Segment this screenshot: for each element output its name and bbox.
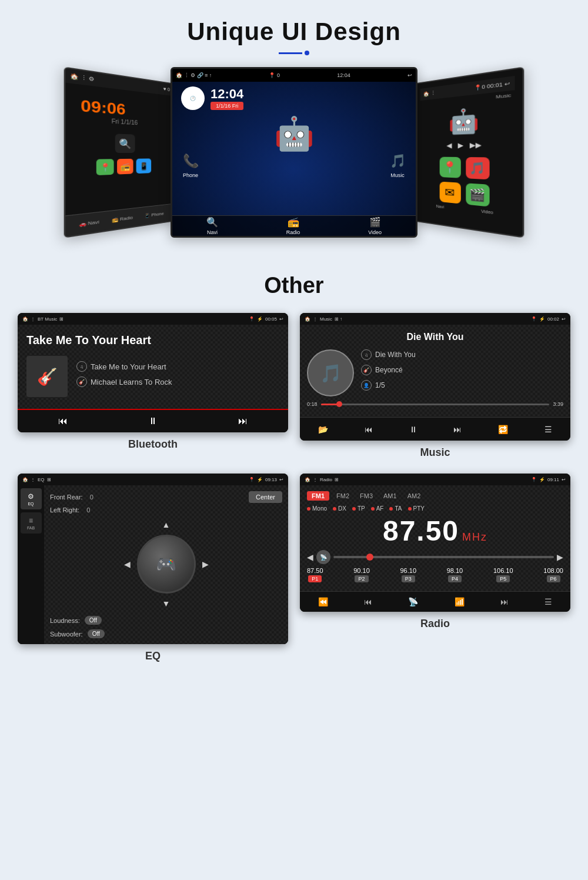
music-playlist-button[interactable]: ☰ xyxy=(544,425,552,434)
right-msg-icon[interactable]: ✉ xyxy=(439,182,460,204)
radio-preset-p4[interactable]: 98.10 P4 xyxy=(447,567,463,582)
radio-am2-button[interactable]: AM2 xyxy=(404,491,425,501)
radio-menu-icon: ⋮ xyxy=(313,477,318,482)
left-screen-content: 🏠 ⋮ ⚙ ♥ 0 09:06 Fri 1/1/16 🔍 📍 📻 📱 xyxy=(65,68,173,236)
eq-left-right-value: 0 xyxy=(86,506,90,514)
radio-preset-p2[interactable]: 90.10 P2 xyxy=(353,567,370,582)
center-time-row: 🕐 12:04 1/1/16 Fri xyxy=(172,82,416,115)
bluetooth-device-wrapper: 🏠 ⋮ BT Music ⊞ 📍 ⚡ 00:05 ↩ Take Me To Yo… xyxy=(18,313,288,462)
right-video-icon[interactable]: 🎬 xyxy=(466,183,489,206)
radio-antenna-btn[interactable]: 📡 xyxy=(408,597,418,606)
radio-playlist-button[interactable]: ☰ xyxy=(544,597,552,606)
radio-fm1-button[interactable]: FM1 xyxy=(307,491,329,501)
radio-slider-left[interactable]: ◀ xyxy=(307,552,313,562)
eq-subwoofer-label: Subwoofer: xyxy=(50,631,83,638)
eq-loudness-label: Loudness: xyxy=(50,617,80,624)
radio-wifi-btn[interactable]: 📶 xyxy=(455,597,465,606)
unique-ui-section: Unique UI Design 🏠 ⋮ ⚙ ♥ 0 09:06 Fri 1/1… xyxy=(0,0,588,249)
bt-prev-button[interactable]: ⏮ xyxy=(58,416,68,426)
center-video-app[interactable]: 🎬 Video xyxy=(368,216,382,235)
eq-arrow-up[interactable]: ▲ xyxy=(159,517,173,532)
radio-slider-right[interactable]: ▶ xyxy=(557,552,563,562)
left-search-icon[interactable]: 🔍 xyxy=(115,134,135,153)
eq-bt-icon: ⚡ xyxy=(257,477,263,482)
music-source-icon: ⊞ ↑ xyxy=(335,316,342,322)
center-screen-panel: 🏠 ⋮ ⚙ 🔗 ≡ ↑ 📍 0 12:04 ↩ 🕐 12:04 1/1/16 F… xyxy=(171,67,417,238)
center-radio-app[interactable]: 📻 Radio xyxy=(286,216,300,235)
radio-preset-p6[interactable]: 108.00 P6 xyxy=(543,567,563,582)
radio-controls-bar: ⏪ ⏮ 📡 📶 ⏭ ☰ xyxy=(300,591,570,612)
radio-status-left: 🏠 ⋮ Radio ⊞ xyxy=(305,477,339,482)
eq-arrow-down[interactable]: ▼ xyxy=(159,596,173,611)
eq-arrow-right[interactable]: ▶ xyxy=(199,556,212,572)
music-progress-fill xyxy=(321,404,339,405)
center-phone-app[interactable]: 📞 Phone xyxy=(181,152,200,178)
music-prev-button[interactable]: ⏮ xyxy=(365,425,373,434)
bt-play-button[interactable]: ⏸ xyxy=(148,416,158,426)
left-bar-icon: 🏠 ⋮ ⚙ xyxy=(70,73,94,82)
radio-time: 09:11 xyxy=(547,477,559,482)
eq-arrow-left[interactable]: ◀ xyxy=(121,556,133,572)
eq-status-right: 📍 ⚡ 09:13 ↩ xyxy=(249,477,283,482)
radio-preset-p6-freq: 108.00 xyxy=(543,567,563,574)
music-device-wrapper: 🏠 ⋮ Music ⊞ ↑ 📍 ⚡ 00:02 ↩ Die With You 🎵 xyxy=(300,313,570,462)
radio-prev-button[interactable]: ⏮ xyxy=(364,597,372,606)
radio-slider-track[interactable] xyxy=(333,556,554,558)
radio-preset-p4-label: P4 xyxy=(448,575,462,582)
left-navi-icon[interactable]: 📍 xyxy=(96,159,113,175)
bt-time: 00:05 xyxy=(265,316,277,322)
left-radio-label: 📻 Radio xyxy=(112,215,133,223)
center-navi-app[interactable]: 🔍 Navi xyxy=(206,216,218,235)
music-next-button[interactable]: ⏭ xyxy=(453,425,462,434)
bt-next-button[interactable]: ⏭ xyxy=(238,416,248,426)
right-navi-icon[interactable]: 📍 xyxy=(439,157,460,178)
music-repeat-button[interactable]: 🔁 xyxy=(498,425,508,434)
radio-next-button[interactable]: ⏭ xyxy=(500,597,509,606)
left-radio-icon[interactable]: 📻 xyxy=(117,159,133,175)
radio-mono-opt: Mono xyxy=(307,505,327,512)
bt-music-content: Take Me To Your Heart 🎸 ♫ Take Me to You… xyxy=(18,325,288,409)
eq-center-button[interactable]: Center xyxy=(249,491,282,503)
music-meta: ♫ Die With You 🎸 Beyoncé 👤 1/5 xyxy=(361,349,563,396)
bt-status-right: 📍 ⚡ 00:05 ↩ xyxy=(249,316,283,322)
bt-status-bar: 🏠 ⋮ BT Music ⊞ 📍 ⚡ 00:05 ↩ xyxy=(18,313,288,325)
music-play-button[interactable]: ⏸ xyxy=(409,425,417,434)
eq-subwoofer-toggle[interactable]: Off xyxy=(88,629,105,638)
radio-fm2-button[interactable]: FM2 xyxy=(333,491,353,501)
eq-sidebar-fab-btn[interactable]: ≡ FAB xyxy=(21,512,42,534)
bt-source-label: BT Music xyxy=(38,316,57,322)
music-progress-bar[interactable] xyxy=(321,404,550,405)
center-date-badge: 1/1/16 Fri xyxy=(211,102,243,110)
eq-sidebar-eq-btn[interactable]: ⚙ EQ xyxy=(21,488,42,509)
radio-freq-value: 87.50MHz xyxy=(383,515,487,546)
bt-gps-icon: 📍 xyxy=(249,316,255,322)
radio-preset-p1[interactable]: 87.50 P1 xyxy=(307,567,323,582)
radio-screen: 🏠 ⋮ Radio ⊞ 📍 ⚡ 09:11 ↩ FM1 FM2 FM3 AM xyxy=(300,474,570,612)
music-folder-icon[interactable]: 📂 xyxy=(318,425,328,434)
eq-wheel-container: ◀ ▲ 🎮 ▼ ▶ xyxy=(50,517,282,611)
music-source-label: Music xyxy=(320,316,332,322)
radio-am1-button[interactable]: AM1 xyxy=(380,491,400,501)
center-music-app[interactable]: 🎵 Music xyxy=(388,152,407,178)
eq-home-icon: 🏠 xyxy=(22,477,28,482)
eq-front-rear-label: Front Rear: xyxy=(50,494,83,501)
radio-fm3-button[interactable]: FM3 xyxy=(356,491,376,501)
radio-preset-p3[interactable]: 96.10 P3 xyxy=(400,567,416,582)
radio-preset-p5[interactable]: 106.10 P5 xyxy=(493,567,513,582)
music-status-left: 🏠 ⋮ Music ⊞ ↑ xyxy=(305,316,342,322)
eq-sidebar: ⚙ EQ ≡ FAB xyxy=(18,485,44,644)
eq-loudness-toggle[interactable]: Off xyxy=(85,616,102,625)
radio-slider-row: ◀ 📡 ▶ xyxy=(307,550,563,564)
radio-fast-prev-button[interactable]: ⏪ xyxy=(318,597,328,606)
music-song-title: Die With You xyxy=(307,332,563,342)
screens-grid: 🏠 ⋮ BT Music ⊞ 📍 ⚡ 00:05 ↩ Take Me To Yo… xyxy=(0,307,588,671)
left-phone-icon[interactable]: 📱 xyxy=(136,158,151,174)
bt-info-row: 🎸 ♫ Take Me to Your Heart 🎸 Michael Lear… xyxy=(26,356,279,397)
right-screen-panel: 🏠 ⋮ 📍0 00:01 ↩ Music 🤖 ◀ ▶ ▶▶ 📍 🎵 ✉ 🎬 xyxy=(414,66,524,238)
right-music-icon[interactable]: 🎵 xyxy=(466,157,489,179)
eq-device-wrapper: 🏠 ⋮ EQ ⊞ 📍 ⚡ 09:13 ↩ ⚙ EQ xyxy=(18,474,288,665)
music-artist-icon: 🎸 xyxy=(361,365,372,375)
eq-source-label: EQ xyxy=(38,477,45,482)
eq-main-area: Front Rear: 0 Center Left Right: 0 ◀ ▲ xyxy=(44,485,288,644)
music-track-icon: 👤 xyxy=(361,380,372,391)
